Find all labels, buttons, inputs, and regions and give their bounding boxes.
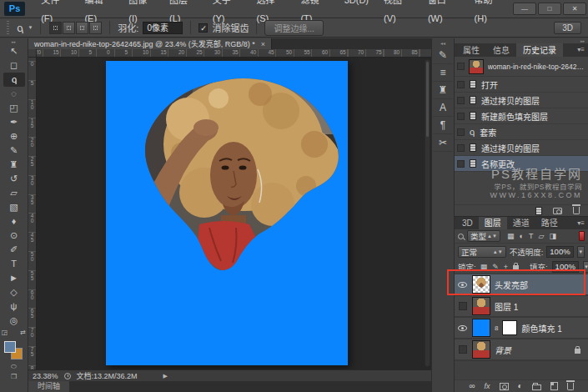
fill-dropdown-icon[interactable]: ▼ xyxy=(583,261,588,273)
hidden-layer-well[interactable] xyxy=(459,345,467,354)
filter-adjustment-layers-icon[interactable]: ◐ xyxy=(520,232,524,240)
history-source-well[interactable] xyxy=(457,81,465,88)
crop-tool[interactable]: ◰ xyxy=(3,101,25,115)
screen-mode-button[interactable]: ❒ xyxy=(6,372,23,382)
history-source-well[interactable] xyxy=(457,113,465,120)
add-to-selection-button[interactable] xyxy=(63,22,75,34)
menu-item-窗口(W)[interactable]: 窗口(W) xyxy=(420,0,467,28)
eyedropper-tool[interactable]: ✒ xyxy=(3,115,25,129)
layer-row[interactable]: 背景 xyxy=(455,339,588,361)
blur-tool[interactable]: ♦ xyxy=(3,214,25,229)
eye-icon[interactable] xyxy=(458,282,467,288)
layer-thumbnail[interactable] xyxy=(472,297,490,315)
subtract-from-selection-button[interactable] xyxy=(76,22,88,34)
layer-thumbnail[interactable] xyxy=(472,319,490,337)
layers-tab-路径[interactable]: 路径 xyxy=(535,217,564,229)
refine-edge-button[interactable]: 调整边缘... xyxy=(264,20,323,36)
lock-all-icon[interactable] xyxy=(513,265,519,270)
history-source-well[interactable] xyxy=(457,160,465,168)
fill-value[interactable]: 100% xyxy=(552,261,579,273)
history-brush-source-well[interactable] xyxy=(457,63,465,70)
history-snapshot-row[interactable]: woman-in-red-nike-top-264246... xyxy=(455,57,588,77)
history-item[interactable]: 通过拷贝的图层 xyxy=(455,140,588,156)
layer-row[interactable]: 头发亮部 xyxy=(455,274,588,296)
panel-tab-信息[interactable]: 信息 xyxy=(486,43,516,57)
feather-input[interactable]: 0像素 xyxy=(143,22,183,34)
character-panel-icon[interactable]: A xyxy=(433,99,453,117)
visibility-cell[interactable] xyxy=(457,325,468,331)
layer-thumbnail[interactable] xyxy=(472,340,490,359)
history-item[interactable]: 通过拷贝的图层 xyxy=(455,93,588,108)
layer-row[interactable]: 8颜色填充 1 xyxy=(455,318,588,339)
new-snapshot-icon[interactable] xyxy=(553,208,562,214)
lock-image-pixels-icon[interactable]: ✎ xyxy=(492,263,499,271)
path-selection-tool[interactable]: ► xyxy=(3,271,25,285)
menu-item-3D(D)[interactable]: 3D(D) xyxy=(337,0,376,28)
layers-tab-通道[interactable]: 通道 xyxy=(507,217,535,229)
panel-tab-历史记录[interactable]: 历史记录 xyxy=(516,43,563,57)
filter-pixel-layers-icon[interactable]: ▦ xyxy=(507,232,515,240)
add-layer-mask-icon[interactable] xyxy=(500,383,509,390)
panel-tab-属性[interactable]: 属性 xyxy=(456,43,486,57)
dock-collapse-icon[interactable]: ◂◂ xyxy=(440,40,445,47)
foreground-color-swatch[interactable] xyxy=(4,341,16,353)
move-tool[interactable]: ↖ xyxy=(3,44,25,58)
quick-mask-button[interactable]: ⬭ xyxy=(6,362,23,372)
filter-type-dropdown[interactable]: 类型▲▼ xyxy=(467,230,500,242)
clone-stamp-tool[interactable]: ♜ xyxy=(3,158,25,172)
minimize-button[interactable]: — xyxy=(513,3,536,15)
hand-tool[interactable]: ψ xyxy=(3,299,25,314)
history-item[interactable]: 名称更改 xyxy=(455,156,588,172)
status-options-arrow-icon[interactable]: ▶ xyxy=(163,373,168,379)
options-bar-grip[interactable] xyxy=(7,21,9,34)
zoom-tool[interactable]: ◎ xyxy=(3,314,25,328)
zoom-level[interactable]: 23.38% xyxy=(33,372,58,380)
visibility-cell[interactable] xyxy=(457,302,468,310)
dodge-tool[interactable]: ⊙ xyxy=(3,229,25,243)
brush-presets-panel-icon[interactable]: ≡ xyxy=(433,64,453,82)
filter-type-layers-icon[interactable]: T xyxy=(529,232,534,240)
maximize-button[interactable]: □ xyxy=(538,3,561,15)
tab-close-icon[interactable]: × xyxy=(261,40,265,48)
filter-shape-layers-icon[interactable]: ▱ xyxy=(538,232,544,240)
canvas[interactable] xyxy=(106,61,348,365)
new-selection-button[interactable] xyxy=(49,22,62,34)
brush-panel-icon[interactable]: ✎ xyxy=(433,47,453,64)
workspace-3d-button[interactable]: 3D xyxy=(554,22,581,34)
delete-state-icon[interactable] xyxy=(573,207,580,214)
layer-thumbnail[interactable] xyxy=(472,275,490,294)
filter-toggle-switch[interactable] xyxy=(579,231,585,241)
visibility-cell[interactable] xyxy=(457,282,468,288)
lock-transparent-pixels-icon[interactable]: ▦ xyxy=(480,263,488,271)
lock-position-icon[interactable]: + xyxy=(504,263,508,271)
new-group-icon[interactable] xyxy=(532,384,541,390)
spot-healing-brush-tool[interactable]: ⊕ xyxy=(3,129,25,143)
eraser-tool[interactable]: ▱ xyxy=(3,186,25,200)
clone-source-panel-icon[interactable]: ♜ xyxy=(433,82,453,99)
blend-mode-dropdown[interactable]: 正常▲▼ xyxy=(458,246,506,258)
history-source-well[interactable] xyxy=(457,144,465,152)
visibility-cell[interactable] xyxy=(457,345,468,354)
history-item[interactable]: 新建颜色填充图层 xyxy=(455,108,588,124)
history-item[interactable]: 打开 xyxy=(455,77,588,93)
vertical-scrollbar[interactable] xyxy=(425,59,430,367)
new-adjustment-layer-icon[interactable]: ◐ xyxy=(518,382,523,390)
timeline-tab[interactable]: 时间轴 xyxy=(28,381,69,392)
type-tool[interactable]: T xyxy=(3,257,25,271)
layer-row[interactable]: 图层 1 xyxy=(455,296,588,318)
history-source-well[interactable] xyxy=(457,128,465,136)
new-document-from-state-icon[interactable] xyxy=(535,207,542,215)
lasso-tool[interactable]: ρ xyxy=(3,73,25,87)
layers-tab-3D[interactable]: 3D xyxy=(456,217,479,229)
panel-menu-icon[interactable]: ▾≡ xyxy=(577,46,585,53)
opacity-dropdown-icon[interactable]: ▼ xyxy=(577,246,585,258)
snapshot-thumbnail[interactable] xyxy=(469,59,484,74)
eye-icon[interactable] xyxy=(458,325,467,331)
layer-mask-thumbnail[interactable] xyxy=(502,320,517,335)
delete-layer-icon[interactable] xyxy=(567,383,574,390)
tool-presets-panel-icon[interactable]: ✂ xyxy=(433,134,453,152)
menu-item-帮助(H)[interactable]: 帮助(H) xyxy=(467,0,511,28)
default-colors-icon[interactable]: ◲ xyxy=(0,328,13,338)
shape-tool[interactable]: ◇ xyxy=(3,285,25,299)
document-tab[interactable]: woman-in-red-nike-top-2642465.jpg @ 23.4… xyxy=(28,38,272,49)
